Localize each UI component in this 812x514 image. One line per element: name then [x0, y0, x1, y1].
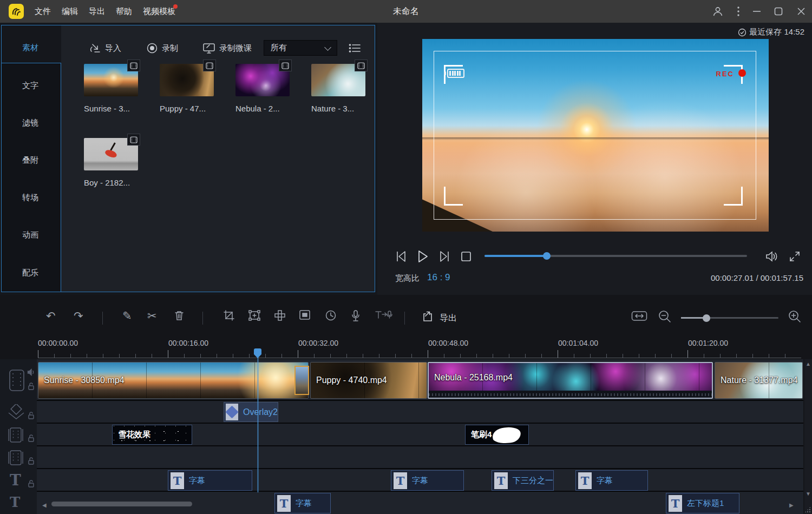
- timeline-zoom-slider[interactable]: [681, 317, 778, 319]
- menu-file[interactable]: 文件: [31, 0, 54, 23]
- timeline-clip-overlay2[interactable]: Overlay2: [224, 402, 278, 422]
- minimize-button[interactable]: [746, 0, 768, 23]
- close-button[interactable]: [790, 0, 812, 23]
- media-item-nebula[interactable]: [235, 64, 290, 96]
- check-circle-icon: [738, 28, 746, 37]
- text-clip-icon: T: [394, 472, 407, 489]
- clip-label: Nebula - 25168.mp4: [434, 373, 513, 383]
- zoom-frame-button[interactable]: [248, 309, 261, 321]
- clip-label: Puppy - 4740.mp4: [316, 375, 387, 385]
- rec-dot-icon: [738, 69, 746, 77]
- seek-slider[interactable]: [484, 255, 747, 257]
- split-button[interactable]: ✂: [147, 309, 157, 322]
- clip-label: 雪花效果: [118, 430, 150, 440]
- media-item-boy[interactable]: [84, 138, 138, 170]
- menu-export[interactable]: 导出: [86, 0, 108, 23]
- aspect-ratio-value[interactable]: 16 : 9: [427, 272, 450, 283]
- text-to-speech-button[interactable]: [375, 309, 393, 321]
- timeline-clip-nebula-selected[interactable]: Nebula - 25168.mp4: [428, 362, 713, 399]
- diamond-icon: [225, 405, 238, 418]
- horizontal-scrollbar-thumb[interactable]: [51, 502, 192, 506]
- track-lock-icon[interactable]: [28, 457, 35, 465]
- tab-filters[interactable]: 滤镜: [0, 118, 61, 128]
- effect-track-icon: [8, 450, 24, 466]
- transition-thumbnail[interactable]: [294, 366, 309, 395]
- next-frame-button[interactable]: [436, 248, 451, 265]
- duration-button[interactable]: [325, 309, 337, 321]
- timeline-clip-subtitle[interactable]: T 字幕: [168, 470, 252, 491]
- record-button[interactable]: 录制: [146, 40, 178, 56]
- play-button[interactable]: [415, 248, 431, 265]
- menu-help[interactable]: 帮助: [113, 0, 135, 23]
- list-view-button[interactable]: [349, 43, 361, 54]
- track-lock-icon[interactable]: [28, 382, 35, 391]
- delete-button[interactable]: [174, 309, 185, 321]
- timeline-clip-sunrise[interactable]: Sunrise - 30850.mp4: [38, 362, 309, 399]
- timeline-clip-subtitle[interactable]: T 字幕: [274, 493, 331, 513]
- overlay-track: [0, 401, 803, 424]
- text-clip-icon: T: [578, 472, 592, 489]
- edit-button[interactable]: ✎: [122, 309, 132, 322]
- media-item-puppy[interactable]: [160, 64, 214, 96]
- scroll-up-arrow[interactable]: ▲: [806, 361, 811, 367]
- export-label[interactable]: 导出: [440, 313, 457, 324]
- timeline-clip-snow-effect[interactable]: 雪花效果: [112, 425, 192, 445]
- video-file-icon: [127, 60, 140, 71]
- timeline-ruler[interactable]: [38, 350, 801, 358]
- tab-music[interactable]: 配乐: [0, 268, 61, 278]
- media-item-nature[interactable]: [311, 64, 365, 96]
- volume-button[interactable]: [764, 248, 780, 265]
- track-mute-icon[interactable]: [27, 368, 35, 376]
- import-label: 导入: [105, 43, 121, 54]
- maximize-button[interactable]: [768, 0, 789, 23]
- account-button[interactable]: [707, 0, 729, 23]
- video-track-icon: [8, 369, 25, 392]
- timeline-clip-nature[interactable]: Nature - 31377.mp4: [715, 362, 803, 399]
- video-preview[interactable]: REC: [422, 39, 769, 232]
- ruler-label: 00:00:00.00: [38, 339, 78, 347]
- tab-media[interactable]: 素材: [0, 43, 61, 53]
- stop-button[interactable]: [459, 248, 473, 265]
- tab-animations[interactable]: 动画: [0, 230, 61, 240]
- menu-edit[interactable]: 编辑: [58, 0, 81, 23]
- track-lock-icon[interactable]: [28, 479, 35, 488]
- timeline-clip-subtitle[interactable]: T 字幕: [391, 470, 464, 491]
- tab-overlays[interactable]: 叠附: [0, 155, 61, 166]
- scroll-right-arrow[interactable]: ▶: [789, 503, 794, 508]
- scroll-left-arrow[interactable]: ◀: [42, 503, 47, 508]
- fullscreen-button[interactable]: [787, 248, 802, 265]
- media-filter-dropdown[interactable]: 所有: [264, 40, 337, 56]
- timeline-clip-subtitle[interactable]: T 字幕: [575, 470, 648, 491]
- playhead-line[interactable]: [258, 350, 258, 492]
- export-button[interactable]: [421, 309, 435, 324]
- timeline-clip-lower-third[interactable]: T 下三分之一: [492, 470, 554, 491]
- track-lock-icon[interactable]: [28, 411, 35, 420]
- app-logo-icon[interactable]: [9, 4, 24, 19]
- import-button[interactable]: 导入: [89, 40, 121, 56]
- tab-text[interactable]: 文字: [0, 81, 61, 91]
- zoom-out-button[interactable]: [658, 309, 672, 324]
- track-lock-icon[interactable]: [28, 434, 35, 443]
- previous-frame-button[interactable]: [394, 248, 409, 265]
- mosaic-button[interactable]: [274, 309, 286, 321]
- scroll-down-arrow[interactable]: ▼: [806, 491, 811, 497]
- seek-handle[interactable]: [543, 252, 551, 260]
- fit-timeline-button[interactable]: [631, 309, 647, 322]
- redo-button[interactable]: ↷: [74, 309, 83, 322]
- tab-transitions[interactable]: 转场: [0, 193, 61, 203]
- record-screen-button[interactable]: 录制微课: [202, 40, 252, 56]
- zoom-in-button[interactable]: [788, 309, 802, 324]
- voiceover-button[interactable]: [351, 309, 361, 322]
- zoom-slider-handle[interactable]: [703, 314, 710, 322]
- media-item-sunrise[interactable]: [84, 64, 138, 96]
- pip-button[interactable]: [299, 309, 311, 320]
- menu-video-templates[interactable]: 视频模板: [140, 0, 179, 23]
- timecode-display: 00:00:27.01 / 00:01:57.15: [711, 273, 803, 282]
- clip-label: 左下标题1: [687, 498, 724, 509]
- timeline-clip-brush4[interactable]: 笔刷4: [465, 425, 529, 445]
- timeline-clip-bottom-left-title[interactable]: T 左下标题1: [666, 493, 739, 513]
- crop-button[interactable]: [223, 309, 235, 321]
- undo-button[interactable]: ↶: [46, 309, 56, 322]
- timeline-clip-puppy[interactable]: Puppy - 4740.mp4: [310, 362, 427, 399]
- media-item-label: Boy - 2182...: [84, 178, 149, 187]
